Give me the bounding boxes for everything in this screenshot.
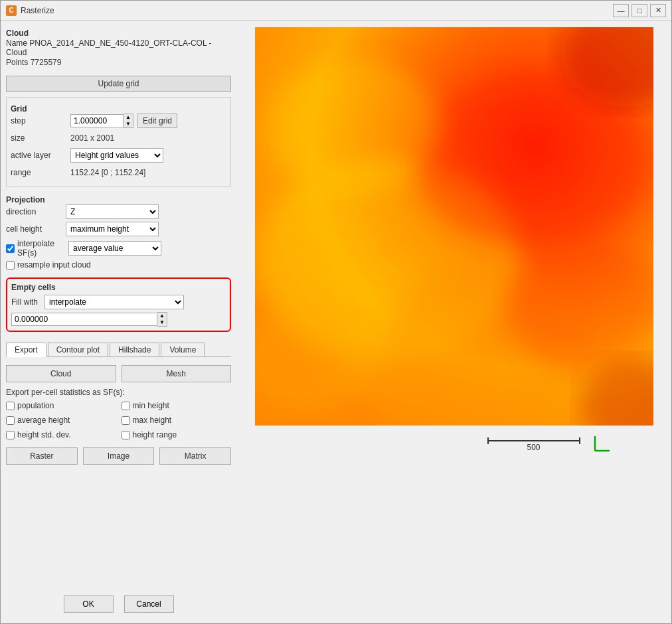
range-value: 1152.24 [0 ; 1152.24] [70, 168, 145, 177]
raster-image-matrix-row: Raster Image Matrix [6, 447, 231, 465]
grid-active-layer-row: active layer Height grid values [11, 148, 226, 163]
ok-cancel-row: OK Cancel [6, 590, 231, 618]
average-height-label: average height [17, 416, 70, 425]
scale-tick-left [487, 437, 489, 444]
fill-value-spin-down[interactable]: ▼ [157, 319, 167, 326]
fill-with-label: Fill with [11, 297, 44, 307]
grid-size-row: size 2001 x 2001 [11, 131, 226, 145]
cloud-points-row: Points 7725579 [6, 58, 231, 67]
cloud-points-value: 7725579 [31, 58, 62, 67]
population-label: population [17, 401, 54, 410]
interpolate-sf-dropdown[interactable]: average value median value minimum value… [68, 241, 161, 256]
step-input-container: 1.000000 ▲ ▼ [70, 114, 133, 128]
axes-icon [594, 432, 614, 452]
min-height-checkbox[interactable] [122, 402, 130, 410]
cloud-section-label: Cloud [6, 29, 231, 38]
height-range-checkbox[interactable] [122, 431, 130, 439]
height-range-label: height range [133, 430, 177, 439]
left-panel: Cloud Name PNOA_2014_AND_NE_450-4120_ORT… [1, 21, 236, 623]
active-layer-label: active layer [11, 151, 70, 160]
resample-label: resample input cloud [17, 260, 91, 270]
min-height-row: min height [122, 401, 232, 410]
cloud-name-value: PNOA_2014_AND_NE_450-4120_ORT-CLA-COL - … [6, 39, 211, 57]
main-window: C Rasterize — □ ✕ Cloud Name PNOA_2014_A… [0, 0, 672, 624]
fill-with-dropdown[interactable]: leave empty fill with scalar interpolate [44, 295, 184, 309]
step-label: step [11, 116, 70, 125]
svg-point-4 [268, 60, 441, 193]
interpolate-sf-label: interpolate SF(s) [17, 239, 66, 258]
direction-row: direction Z X Y [6, 204, 231, 219]
direction-label: direction [6, 207, 66, 216]
edit-grid-button[interactable]: Edit grid [137, 114, 177, 128]
update-grid-button[interactable]: Update grid [6, 76, 231, 92]
tab-export[interactable]: Export [6, 343, 46, 357]
max-height-row: max height [122, 416, 232, 425]
raster-button[interactable]: Raster [6, 447, 78, 465]
fill-with-row: Fill with leave empty fill with scalar i… [11, 295, 226, 309]
active-layer-dropdown[interactable]: Height grid values [70, 148, 163, 163]
raster-preview [255, 27, 653, 426]
grid-range-row: range 1152.24 [0 ; 1152.24] [11, 165, 226, 180]
height-std-dev-checkbox[interactable] [6, 431, 15, 439]
projection-section: Projection direction Z X Y cell height m… [6, 193, 231, 272]
cancel-button[interactable]: Cancel [124, 595, 174, 613]
close-button[interactable]: ✕ [650, 4, 666, 17]
interpolate-sf-checkbox[interactable] [6, 244, 15, 253]
main-content: Cloud Name PNOA_2014_AND_NE_450-4120_ORT… [1, 21, 671, 623]
grid-step-row: step 1.000000 ▲ ▼ Edit grid [11, 114, 226, 128]
fill-value-spin-up[interactable]: ▲ [157, 313, 167, 319]
step-spin: ▲ ▼ [124, 114, 133, 128]
size-value: 2001 x 2001 [70, 133, 114, 143]
fill-value-container: 0.000000 ▲ ▼ [11, 312, 226, 327]
resample-checkbox[interactable] [6, 261, 15, 270]
app-icon: C [6, 5, 17, 16]
step-spin-down[interactable]: ▼ [124, 121, 133, 127]
tabs-bar: Export Contour plot Hillshade Volume [6, 343, 231, 357]
max-height-checkbox[interactable] [122, 416, 130, 425]
tab-contour-plot[interactable]: Contour plot [48, 343, 108, 356]
max-height-label: max height [133, 416, 172, 425]
ok-button[interactable]: OK [64, 595, 114, 613]
mesh-button[interactable]: Mesh [122, 365, 232, 382]
raster-svg [255, 27, 653, 426]
sf-checkboxes: population min height average height max… [6, 401, 231, 442]
fill-value-input[interactable]: 0.000000 [11, 313, 157, 326]
size-label: size [11, 133, 70, 143]
maximize-button[interactable]: □ [631, 4, 647, 17]
matrix-button[interactable]: Matrix [159, 447, 231, 465]
image-button[interactable]: Image [83, 447, 155, 465]
cloud-section: Cloud Name PNOA_2014_AND_NE_450-4120_ORT… [6, 26, 231, 68]
grid-section-label: Grid [11, 104, 226, 114]
fill-value-spin: ▲ ▼ [157, 312, 167, 327]
window-title: Rasterize [21, 6, 613, 15]
direction-dropdown[interactable]: Z X Y [66, 204, 159, 219]
scale-bar-line [487, 440, 580, 441]
population-checkbox[interactable] [6, 402, 15, 410]
scale-bar-container: 500 [487, 440, 580, 452]
cell-height-row: cell height maximum height minimum heigh… [6, 222, 231, 236]
average-height-row: average height [6, 416, 116, 425]
scale-area: 500 [255, 432, 653, 452]
cloud-mesh-row: Cloud Mesh [6, 365, 231, 382]
cloud-button[interactable]: Cloud [6, 365, 116, 382]
minimize-button[interactable]: — [613, 4, 629, 17]
right-panel: 500 [236, 21, 671, 623]
average-height-checkbox[interactable] [6, 416, 15, 425]
cell-height-label: cell height [6, 224, 66, 234]
tab-volume[interactable]: Volume [161, 343, 205, 356]
titlebar: C Rasterize — □ ✕ [1, 1, 671, 21]
grid-section: Grid step 1.000000 ▲ ▼ Edit grid size 20… [6, 97, 231, 187]
cell-height-dropdown[interactable]: maximum height minimum height average he… [66, 222, 159, 236]
height-range-row: height range [122, 430, 232, 439]
tab-hillshade[interactable]: Hillshade [110, 343, 159, 356]
cloud-name-label: Name [6, 39, 29, 48]
empty-cells-section: Empty cells Fill with leave empty fill w… [6, 277, 231, 332]
step-spin-up[interactable]: ▲ [124, 114, 133, 121]
min-height-label: min height [133, 401, 169, 410]
cloud-points-label: Points [6, 58, 31, 67]
interpolate-sf-row: interpolate SF(s) average value median v… [6, 239, 231, 258]
scale-tick-right [579, 437, 580, 444]
resample-row: resample input cloud [6, 260, 231, 270]
step-input[interactable]: 1.000000 [70, 114, 124, 127]
axes-svg [594, 432, 614, 452]
